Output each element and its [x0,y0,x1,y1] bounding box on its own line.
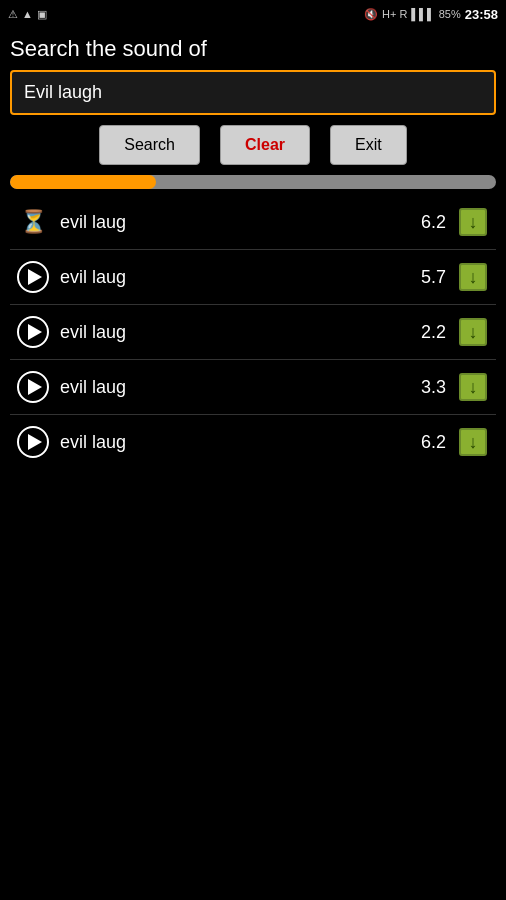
clear-button[interactable]: Clear [220,125,310,165]
signal-text: H+ R [382,8,407,20]
status-icons-right: 🔇 H+ R ▌▌▌ 85% 23:58 [364,7,498,22]
signal-bars: ▌▌▌ [411,8,434,20]
result-item: ⏳ evil laug 6.2 ↓ [10,195,496,250]
play-button[interactable] [16,425,50,459]
result-duration: 6.2 [406,432,446,453]
result-item: evil laug 5.7 ↓ [10,250,496,305]
result-item: evil laug 3.3 ↓ [10,360,496,415]
result-duration: 6.2 [406,212,446,233]
result-name: evil laug [60,212,396,233]
page-title: Search the sound of [10,36,496,62]
download-button[interactable]: ↓ [456,425,490,459]
result-name: evil laug [60,267,396,288]
download-button[interactable]: ↓ [456,370,490,404]
download-button[interactable]: ↓ [456,315,490,349]
mute-icon: 🔇 [364,8,378,21]
battery-text: 85% [439,8,461,20]
play-button[interactable] [16,370,50,404]
result-item: evil laug 6.2 ↓ [10,415,496,469]
result-name: evil laug [60,432,396,453]
buttons-row: Search Clear Exit [10,125,496,165]
result-name: evil laug [60,377,396,398]
status-bar: ⚠ ▲ ▣ 🔇 H+ R ▌▌▌ 85% 23:58 [0,0,506,28]
result-item: evil laug 2.2 ↓ [10,305,496,360]
result-duration: 2.2 [406,322,446,343]
status-icons-left: ⚠ ▲ ▣ [8,8,47,21]
search-input-wrapper [10,70,496,115]
result-name: evil laug [60,322,396,343]
exit-button[interactable]: Exit [330,125,407,165]
results-list: ⏳ evil laug 6.2 ↓ evil laug 5.7 ↓ [10,195,496,469]
download-button[interactable]: ↓ [456,260,490,294]
warning-icon: ▲ [22,8,33,20]
notification-icon: ⚠ [8,8,18,21]
progress-bar-fill [10,175,156,189]
result-duration: 3.3 [406,377,446,398]
search-input[interactable] [12,72,494,113]
main-content: Search the sound of Search Clear Exit ⏳ … [0,28,506,477]
loading-icon: ⏳ [16,205,50,239]
result-duration: 5.7 [406,267,446,288]
progress-bar [10,175,496,189]
search-button[interactable]: Search [99,125,200,165]
play-button[interactable] [16,260,50,294]
download-button[interactable]: ↓ [456,205,490,239]
status-time: 23:58 [465,7,498,22]
play-button[interactable] [16,315,50,349]
image-icon: ▣ [37,8,47,21]
